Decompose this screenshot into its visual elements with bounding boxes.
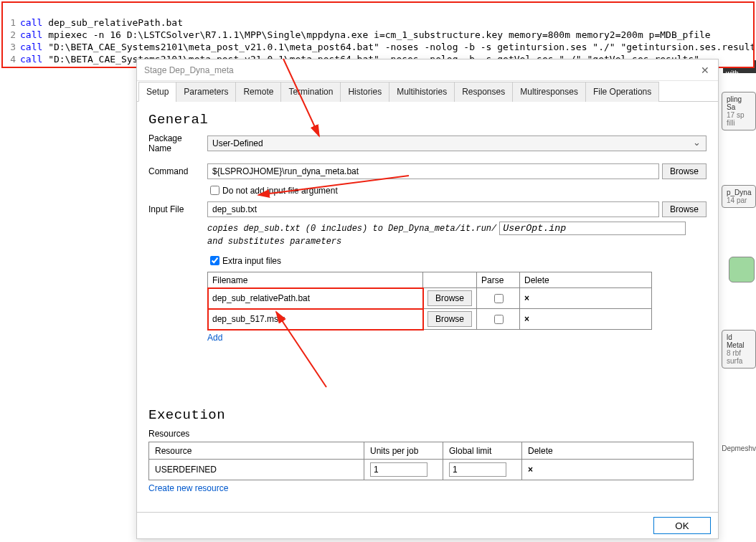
extra-file-parse-checkbox[interactable] <box>494 315 504 324</box>
code-text: "D:\BETA_CAE_Systems2101\meta_post_v21.0… <box>42 42 755 52</box>
command-browse-button[interactable]: Browse <box>662 163 707 179</box>
close-icon[interactable]: ✕ <box>696 65 714 76</box>
extra-file-browse-button[interactable]: Browse <box>427 290 472 306</box>
bg-node-dyna-sub: 14 par <box>727 196 751 204</box>
extra-file-delete-icon[interactable]: × <box>524 314 529 324</box>
resource-row: USERDEFINED × <box>149 460 694 480</box>
code-text: dep_sub_relativePath.bat <box>42 17 183 28</box>
hint-text-pre: copies dep_sub.txt (0 includes) to Dep_D… <box>207 224 496 234</box>
bg-node-dyna-title: p_Dyna <box>727 189 751 196</box>
command-input[interactable] <box>207 163 659 179</box>
line-number: 1 <box>6 16 16 29</box>
tab-histories[interactable]: Histories <box>340 82 389 102</box>
extra-file-delete-icon[interactable]: × <box>524 293 529 303</box>
line-number: 4 <box>6 53 16 65</box>
tab-file-operations[interactable]: File Operations <box>585 82 659 102</box>
bg-node-sampling-sub: 17 sp filli <box>727 111 751 127</box>
resource-delete-icon[interactable]: × <box>528 465 533 475</box>
keyword: call <box>20 42 42 52</box>
keyword: call <box>20 29 42 40</box>
bg-node-metal-sub: 8 rbf surfa <box>727 349 751 365</box>
global-limit-input[interactable] <box>449 462 506 477</box>
bg-node-sampling: pling Sa 17 sp filli <box>722 92 756 130</box>
tab-setup[interactable]: Setup <box>138 82 176 102</box>
col-filename: Filename <box>208 272 423 288</box>
resource-name: USERDEFINED <box>149 460 364 480</box>
tab-termination[interactable]: Termination <box>280 82 341 102</box>
input-file-input[interactable] <box>207 201 659 217</box>
line-number: 3 <box>6 41 16 53</box>
keyword: call <box>20 54 42 65</box>
extra-file-row: dep_sub_517.msw Browse × <box>208 309 652 330</box>
line-number: 2 <box>6 29 16 41</box>
extra-file-row: dep_sub_relativePath.bat Browse × <box>208 288 652 309</box>
col-delete: Delete <box>520 272 652 288</box>
col-units: Units per job <box>364 442 443 460</box>
input-file-hint: copies dep_sub.txt (0 includes) to Dep_D… <box>207 222 707 235</box>
col-resource: Resource <box>149 442 364 460</box>
units-per-job-input[interactable] <box>370 462 427 477</box>
resources-table: Resource Units per job Global limit Dele… <box>148 442 694 480</box>
no-add-input-file-label: Do not add input file argument <box>222 186 338 196</box>
extra-input-files-table: Filename Parse Delete dep_sub_relativePa… <box>207 272 652 330</box>
ok-button[interactable]: OK <box>653 517 711 534</box>
tab-remote[interactable]: Remote <box>235 82 281 102</box>
stage-dialog: Stage Dep_Dyna_meta ✕ Setup Parameters R… <box>136 59 719 539</box>
col-global: Global limit <box>443 442 522 460</box>
bg-text-depmesh: Depmeshv <box>722 444 756 452</box>
code-text: mpiexec -n 16 D:\LSTCSolver\R7.1.1\MPP\S… <box>42 29 710 40</box>
extra-file-name-cell[interactable]: dep_sub_relativePath.bat <box>208 288 423 309</box>
tab-parameters[interactable]: Parameters <box>176 82 236 102</box>
tab-multiresponses[interactable]: Multiresponses <box>512 82 586 102</box>
create-new-resource-link[interactable]: Create new resource <box>148 483 707 493</box>
add-extra-file-link[interactable]: Add <box>207 333 707 343</box>
keyword: call <box>20 17 42 28</box>
col-res-delete: Delete <box>522 442 694 460</box>
extra-file-parse-checkbox[interactable] <box>494 294 504 303</box>
bg-node-dyna: p_Dyna 14 par <box>722 185 756 208</box>
extra-input-files-label: Extra input files <box>222 256 281 266</box>
bg-node-green <box>729 257 755 282</box>
col-parse: Parse <box>477 272 520 288</box>
dialog-titlebar: Stage Dep_Dyna_meta ✕ <box>137 60 718 81</box>
useropt-input[interactable] <box>499 222 686 235</box>
tab-responses[interactable]: Responses <box>454 82 513 102</box>
extra-file-name-cell[interactable]: dep_sub_517.msw <box>208 309 423 330</box>
tab-multihistories[interactable]: Multihistories <box>389 82 455 102</box>
bg-node-metal: ld Metal 8 rbf surfa <box>722 330 756 369</box>
bg-node-sampling-title: pling Sa <box>727 95 751 111</box>
no-add-input-file-checkbox[interactable] <box>210 186 219 195</box>
extra-input-files-checkbox[interactable] <box>210 256 219 265</box>
package-name-select[interactable] <box>207 136 707 151</box>
dialog-footer: OK <box>137 512 718 538</box>
extra-file-browse-button[interactable]: Browse <box>427 311 472 327</box>
package-name-label: Package Name <box>148 133 207 153</box>
input-file-label: Input File <box>148 204 207 214</box>
bg-node-metal-title: ld Metal <box>727 333 751 349</box>
dialog-body: General Package Name Command Browse Do n… <box>137 102 718 512</box>
dialog-tabs: Setup Parameters Remote Termination Hist… <box>137 81 718 102</box>
resources-label: Resources <box>148 429 707 439</box>
dialog-title: Stage Dep_Dyna_meta <box>144 65 234 75</box>
hint-text-post: and substitutes parameters <box>207 237 707 247</box>
command-label: Command <box>148 166 207 176</box>
section-execution-heading: Execution <box>148 407 707 423</box>
input-file-browse-button[interactable]: Browse <box>662 201 707 217</box>
section-general-heading: General <box>148 112 707 128</box>
